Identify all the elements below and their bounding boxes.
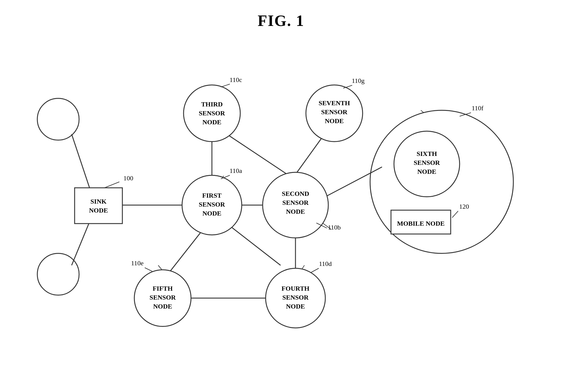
ref-110a: 110a <box>230 167 242 174</box>
first-sensor-label3: NODE <box>202 210 221 217</box>
third-sensor-label3: NODE <box>202 118 221 126</box>
svg-line-33 <box>310 268 319 273</box>
svg-rect-22 <box>75 188 122 224</box>
svg-line-21 <box>421 110 424 113</box>
ref-110b: 110b <box>328 224 341 231</box>
svg-point-2 <box>37 253 79 295</box>
sixth-sensor-label: SIXTH <box>417 150 437 157</box>
svg-line-8 <box>170 230 203 271</box>
svg-line-9 <box>227 224 281 265</box>
ref-110f: 110f <box>472 104 484 112</box>
fifth-sensor-label3: NODE <box>153 303 172 310</box>
sixth-sensor-label3: NODE <box>417 168 436 175</box>
second-sensor-label2: SENSOR <box>282 199 309 206</box>
ref-110e: 110e <box>131 259 144 267</box>
second-sensor-label: SECOND <box>282 190 309 197</box>
ref-110d: 110d <box>319 260 332 267</box>
svg-line-14 <box>325 167 382 197</box>
ref-100: 100 <box>124 174 133 182</box>
svg-line-23 <box>104 182 119 188</box>
seventh-sensor-label3: NODE <box>325 117 344 125</box>
sixth-sensor-label2: SENSOR <box>414 159 440 166</box>
first-sensor-label: FIRST <box>202 192 222 199</box>
seventh-sensor-label2: SENSOR <box>321 108 348 116</box>
svg-line-29 <box>221 84 230 87</box>
ref-120: 120 <box>459 203 469 210</box>
svg-line-11 <box>295 137 322 174</box>
second-sensor-label3: NODE <box>286 208 305 215</box>
figure-title: FIG. 1 <box>0 0 562 30</box>
fifth-sensor-label2: SENSOR <box>150 294 176 301</box>
ref-110c: 110c <box>230 76 242 83</box>
third-sensor-label: THIRD <box>201 100 223 108</box>
sink-node-label2: NODE <box>89 207 108 214</box>
ref-110g: 110g <box>352 77 364 84</box>
seventh-sensor-label: SEVENTH <box>318 99 350 107</box>
fourth-sensor-label3: NODE <box>286 303 305 310</box>
svg-line-39 <box>452 211 458 218</box>
third-sensor-label2: SENSOR <box>199 109 225 117</box>
mobile-node-label: MOBILE NODE <box>397 220 445 227</box>
fourth-sensor-label2: SENSOR <box>282 294 309 301</box>
diagram-container: SINK NODE 100 FIRST SENSOR NODE 110a SEC… <box>0 39 562 392</box>
svg-point-1 <box>37 98 79 140</box>
first-sensor-label2: SENSOR <box>199 201 225 208</box>
sink-node-label: SINK <box>90 198 107 205</box>
fifth-sensor-label: FIFTH <box>153 285 173 292</box>
fourth-sensor-label: FOURTH <box>281 285 309 292</box>
svg-line-35 <box>145 268 152 271</box>
